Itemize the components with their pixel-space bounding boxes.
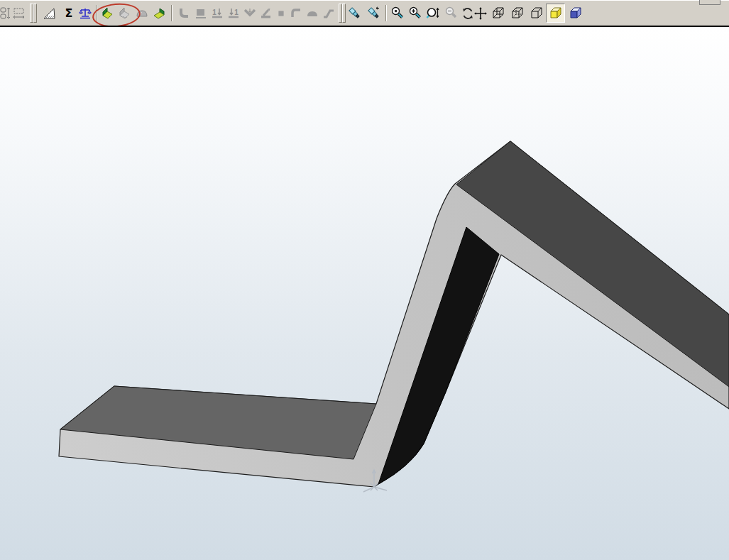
previous-view-button[interactable]	[366, 4, 383, 23]
edge-flange-up-icon: 1	[210, 6, 224, 21]
measure-icon	[43, 6, 57, 21]
tab-button[interactable]	[274, 4, 288, 23]
svg-text:Σ: Σ	[65, 6, 73, 20]
toolbar-grip[interactable]	[33, 4, 37, 23]
hidden-lines-visible-button[interactable]	[509, 4, 526, 23]
toolbar-separator	[96, 5, 97, 21]
toolbar-grip[interactable]	[342, 4, 346, 23]
zoom-out-button[interactable]	[443, 4, 460, 23]
insert-bends-button[interactable]	[99, 4, 116, 23]
sketched-bend-button[interactable]	[258, 4, 275, 23]
wireframe-button[interactable]	[490, 4, 507, 23]
shaded-edges-cube-icon	[569, 6, 583, 21]
jog-icon	[322, 6, 336, 21]
svg-text:1: 1	[234, 9, 239, 16]
balance-scale-icon	[78, 6, 92, 21]
no-bends-icon	[117, 6, 131, 21]
rollback-button[interactable]	[133, 4, 150, 23]
pan-icon	[473, 6, 488, 21]
zoom-fit-icon	[390, 6, 405, 21]
pan-button[interactable]	[473, 4, 488, 23]
sigma-icon: Σ	[62, 6, 76, 21]
edge-flange-down-button[interactable]: 1	[225, 4, 242, 23]
hlr-cube-icon	[530, 6, 544, 21]
horizontal-dimension-button[interactable]	[11, 4, 28, 23]
mass-properties-button[interactable]	[77, 4, 94, 23]
edge-flange-up-button[interactable]: 1	[209, 4, 226, 23]
equations-button[interactable]: Σ	[60, 4, 77, 23]
sheet-metal-button[interactable]	[192, 4, 209, 23]
toolbar-separator	[171, 5, 172, 21]
svg-text:1: 1	[212, 9, 216, 16]
jog-button[interactable]	[320, 4, 337, 23]
hem-icon	[289, 6, 303, 21]
shaded-button[interactable]	[546, 4, 565, 23]
zoom-to-fit-button[interactable]	[389, 4, 406, 23]
dome-button[interactable]	[304, 4, 321, 23]
measure-button[interactable]	[41, 4, 58, 23]
view-orientation-button[interactable]	[346, 4, 363, 23]
fold-icon	[243, 6, 257, 21]
zoom-to-selection-button[interactable]	[424, 4, 442, 23]
window-corner-partial-widget	[699, 0, 720, 5]
zoom-out-icon	[444, 6, 459, 21]
no-bends-button[interactable]	[116, 4, 133, 23]
tab-icon	[275, 6, 287, 21]
telescope-icon	[348, 6, 362, 21]
toolbar-separator	[385, 5, 387, 21]
flatten-icon	[152, 6, 166, 21]
fold-button[interactable]	[241, 4, 258, 23]
base-flange-icon	[177, 6, 191, 21]
sheet-metal-icon	[194, 6, 208, 21]
sketched-bend-icon	[259, 6, 273, 21]
dome-icon	[305, 6, 319, 21]
hidden-lines-removed-button[interactable]	[528, 4, 545, 23]
zoom-in-icon	[408, 6, 422, 21]
horizontal-dimension-icon	[12, 6, 26, 21]
telescope-back-icon	[367, 6, 381, 21]
wireframe-cube-icon	[491, 6, 505, 21]
zoom-selection-icon	[426, 6, 440, 21]
base-flange-button[interactable]	[175, 4, 192, 23]
hem-button[interactable]	[287, 4, 305, 23]
hlv-cube-icon	[510, 6, 525, 21]
viewport-3d[interactable]	[0, 27, 729, 560]
rollback-icon	[135, 6, 149, 21]
insert-bends-icon	[100, 6, 114, 21]
edge-flange-down-icon: 1	[226, 6, 241, 21]
flatten-button[interactable]	[150, 4, 168, 23]
shaded-with-edges-button[interactable]	[567, 4, 584, 23]
zoom-in-out-button[interactable]	[407, 4, 424, 23]
main-toolbar: Σ	[0, 0, 729, 26]
shaded-cube-icon	[549, 6, 563, 21]
